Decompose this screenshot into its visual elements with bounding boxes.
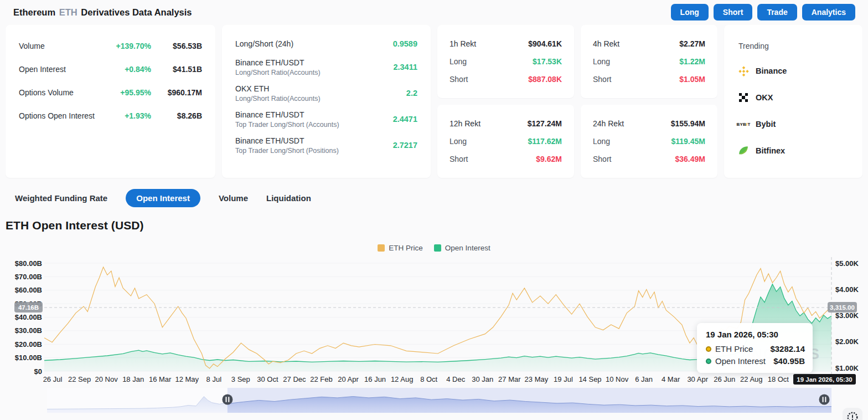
ratio-row: Binance ETH/USDT Long/Short Ratio(Accoun…	[235, 58, 417, 76]
left-axis-tick: $20.00B	[15, 340, 42, 349]
chart-tooltip: 19 Jan 2026, 05:30 ETH Price $3282.14 Op…	[697, 323, 813, 373]
tab-volume[interactable]: Volume	[219, 189, 248, 207]
rekt-long-value: $17.53K	[533, 57, 562, 66]
x-axis-tick: 23 May	[525, 375, 549, 383]
trending-item-okx[interactable]: OKX	[737, 91, 849, 104]
ratio-subtitle: Long/Short Ratio(Accounts)	[235, 95, 406, 103]
ratio-row: Binance ETH/USDT Top Trader Long/Short (…	[235, 136, 417, 155]
long-button[interactable]: Long	[671, 4, 709, 21]
chart-settings-button[interactable]	[843, 408, 862, 420]
rekt-title: 1h Rekt	[450, 39, 476, 48]
tooltip-row: Open Interest $40.95B	[706, 356, 805, 366]
tab-liquidation[interactable]: Liquidation	[266, 189, 311, 207]
ratio-subtitle: Long/Short Ratio(Accounts)	[235, 69, 393, 76]
trending-card: Trending Binance OKX BYBIT Bybit	[724, 25, 862, 178]
x-axis-tick: 19 Jul	[554, 375, 573, 383]
x-axis-tick: 3 Sep	[231, 375, 250, 383]
bybit-icon: BYBIT	[737, 118, 750, 130]
right-axis-tick: $4.00K	[835, 285, 859, 294]
gear-alert-icon	[846, 411, 859, 420]
tooltip-date: 19 Jan 2026, 05:30	[706, 330, 805, 339]
rekt-total: $904.61K	[528, 39, 562, 48]
x-axis-tick: 4 Mar	[662, 375, 680, 383]
trending-item-binance[interactable]: Binance	[737, 65, 849, 77]
x-axis-tick: 22 Sep	[68, 375, 91, 383]
binance-icon	[737, 65, 750, 77]
navigator-selection[interactable]	[228, 388, 831, 413]
rekt-long-value: $1.22M	[679, 57, 705, 66]
metric-change: +95.95%	[100, 88, 151, 97]
x-axis-tick: 8 Oct	[420, 375, 437, 383]
trade-button[interactable]: Trade	[757, 4, 797, 21]
trending-item-bybit[interactable]: BYBIT Bybit	[737, 118, 849, 130]
x-axis-tick: 16 Jun	[364, 375, 386, 383]
x-axis-tick: 27 Mar	[498, 375, 521, 383]
left-axis-tick: $60.00B	[15, 286, 42, 294]
rekt-column-2: 4h Rekt$2.27M Long$1.22M Short$1.05M 24h…	[581, 25, 717, 178]
ratio-name: Binance ETH/USDT	[235, 136, 393, 145]
ratio-row: OKX ETH Long/Short Ratio(Accounts) 2.2	[235, 84, 417, 103]
trending-item-label: OKX	[756, 93, 773, 102]
metric-change: +0.84%	[100, 65, 151, 74]
tooltip-value: $40.95B	[773, 356, 805, 366]
left-axis-tick: $10.00B	[15, 354, 42, 362]
x-axis-tick: 26 Jun	[714, 375, 735, 383]
rekt-short-label: Short	[593, 75, 611, 84]
x-axis-tick: 10 Nov	[606, 375, 629, 383]
chart-title: ETH Open Interest (USD)	[6, 219, 868, 232]
chart-tabs: Weighted Funding Rate Open Interest Volu…	[15, 188, 868, 207]
rekt-short-label: Short	[450, 75, 468, 84]
ratio-value: 2.7217	[393, 141, 417, 150]
legend-item-eth-price[interactable]: ETH Price	[378, 244, 423, 252]
trending-item-label: Bitfinex	[756, 146, 785, 155]
ratio-value: 2.4471	[393, 115, 417, 124]
trending-item-label: Binance	[756, 66, 787, 75]
rekt-card-24h: 24h Rekt$155.94M Long$119.45M Short$36.4…	[581, 105, 717, 178]
right-axis-tick: $1.00K	[835, 364, 859, 372]
chart-legend: ETH Price Open Interest	[0, 244, 868, 252]
x-axis-tick: 22 Feb	[310, 375, 332, 383]
tab-weighted-funding-rate[interactable]: Weighted Funding Rate	[15, 189, 107, 207]
rekt-column-1: 1h Rekt$904.61K Long$17.53K Short$887.08…	[437, 25, 574, 178]
ratio-subtitle: Top Trader Long/Short (Accounts)	[235, 121, 393, 129]
overview-row: Options Volume +95.95% $960.17M	[19, 85, 202, 100]
rekt-card-4h: 4h Rekt$2.27M Long$1.22M Short$1.05M	[581, 25, 717, 98]
metric-change: +1.93%	[100, 111, 151, 120]
rekt-card-1h: 1h Rekt$904.61K Long$17.53K Short$887.08…	[437, 25, 574, 98]
left-axis-tick: $0	[34, 367, 42, 376]
overview-row: Open Interest +0.84% $41.51B	[19, 62, 202, 77]
left-axis-tick: $30.00B	[15, 326, 42, 335]
metric-change: +139.70%	[100, 42, 151, 50]
chart-navigator[interactable]	[47, 388, 831, 413]
x-axis-tick: 6 Jan	[635, 375, 653, 383]
page-title-rest: Derivatives Data Analysis	[81, 7, 192, 17]
x-axis-tick: 16 Mar	[149, 375, 172, 383]
left-axis-tick: $40.00B	[15, 313, 42, 321]
ratio-name: OKX ETH	[235, 84, 406, 93]
crosshair-date-badge: 19 Jan 2026, 05:30	[793, 374, 856, 385]
ratio-name: Binance ETH/USDT	[235, 110, 393, 119]
right-axis-tick: $3.00K	[835, 311, 859, 320]
x-axis-tick: 18 Oct	[768, 375, 789, 383]
metric-label: Open Interest	[19, 65, 100, 74]
tab-open-interest[interactable]: Open Interest	[126, 189, 200, 207]
rekt-long-label: Long	[450, 57, 467, 66]
x-axis-tick: 12 May	[175, 375, 199, 383]
overview-row: Options Open Interest +1.93% $8.26B	[19, 108, 202, 124]
navigator-handle-right[interactable]	[819, 395, 830, 405]
navigator-handle-left[interactable]	[222, 395, 232, 405]
overview-row: Volume +139.70% $56.53B	[19, 38, 202, 54]
analytics-button[interactable]: Analytics	[802, 4, 855, 21]
short-button[interactable]: Short	[714, 4, 753, 21]
rekt-long-label: Long	[593, 137, 610, 146]
trending-item-bitfinex[interactable]: Bitfinex	[737, 145, 849, 157]
x-axis-tick: 22 Aug	[740, 375, 763, 383]
left-axis-tick: $80.00B	[15, 259, 42, 268]
bitfinex-icon	[737, 145, 750, 157]
ratio-row: Binance ETH/USDT Top Trader Long/Short (…	[235, 110, 417, 129]
x-axis-tick: 30 Oct	[257, 375, 278, 383]
tooltip-value: $3282.14	[770, 344, 805, 354]
legend-item-open-interest[interactable]: Open Interest	[434, 244, 490, 252]
ratio-row: Long/Short (24h) 0.9589	[235, 37, 417, 50]
x-axis-tick: 8 Jul	[206, 375, 222, 383]
